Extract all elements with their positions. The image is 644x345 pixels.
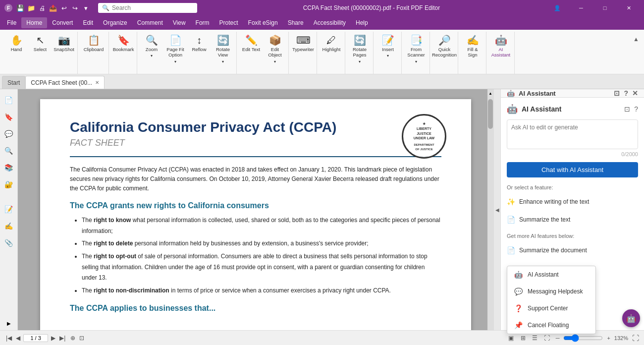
highlight-button[interactable]: 🖊 Highlight xyxy=(320,34,343,54)
pagefit-button[interactable]: 📄 Page Fit Option ▾ xyxy=(164,34,187,65)
dropdown-support[interactable]: ❓ Support Center xyxy=(507,300,595,317)
menu-home[interactable]: Home xyxy=(21,17,47,28)
sidebar-layers-icon[interactable]: 📚 xyxy=(2,161,16,174)
fillsign-button[interactable]: ✍ Fill & Sign xyxy=(461,34,484,59)
ai-panel-help-icon[interactable]: ? xyxy=(624,89,628,97)
ai-feature-summarize-text[interactable]: 📄 Summarize the text xyxy=(507,213,638,226)
doc-scrollbar[interactable] xyxy=(487,89,493,330)
dropdown-ai-assistant[interactable]: 🤖 AI Assistant xyxy=(507,266,595,283)
sidebar-attach-icon[interactable]: 📎 xyxy=(2,236,16,250)
menu-organize[interactable]: Organize xyxy=(98,17,132,28)
ai-settings-icon[interactable]: ⊡ xyxy=(624,105,630,113)
ai-char-count: 0/2000 xyxy=(507,151,638,157)
snapshot-button[interactable]: 📷 SnapShot xyxy=(53,34,75,54)
zoom-button[interactable]: 🔍 Zoom ▾ xyxy=(140,34,163,60)
fullscreen-button[interactable]: ⛶ xyxy=(632,334,639,342)
reflow-button[interactable]: ↕ Reflow xyxy=(188,34,211,54)
tab-start[interactable]: Start xyxy=(2,76,25,89)
sidebar-sign-icon[interactable]: ✍ xyxy=(2,219,16,233)
search-box[interactable]: 🔍 xyxy=(98,3,197,13)
enhance-icon: ✨ xyxy=(507,198,515,206)
copy-page-button[interactable]: ⊕ xyxy=(70,335,75,342)
ai-assistant-ribbon-button[interactable]: 🤖 AI Assistant xyxy=(489,34,512,59)
menu-foxit-esign[interactable]: Foxit eSign xyxy=(243,17,283,28)
customize-icon[interactable]: ▾ xyxy=(81,3,90,12)
ai-input[interactable] xyxy=(507,119,638,149)
menu-view[interactable]: View xyxy=(168,17,191,28)
last-page-button[interactable]: ▶| xyxy=(58,334,66,343)
sidebar-comment-icon[interactable]: 💬 xyxy=(2,127,16,141)
full-screen-view[interactable]: ⛶ xyxy=(542,333,552,343)
single-page-view[interactable]: ▣ xyxy=(506,333,516,343)
menu-comment[interactable]: Comment xyxy=(132,17,168,28)
maximize-button[interactable]: □ xyxy=(593,0,616,16)
doc-rights-heading: The CCPA grants new rights to California… xyxy=(70,201,441,210)
ai-feature-summarize-doc[interactable]: 📄 Summarize the document xyxy=(507,244,638,257)
sidebar-expand-button[interactable]: ▶ xyxy=(2,317,16,330)
page-number-input[interactable] xyxy=(23,334,48,342)
first-page-button[interactable]: |◀ xyxy=(5,334,13,343)
bookmark-button[interactable]: 🔖 Bookmark xyxy=(112,34,135,54)
zoom-in-button[interactable]: + xyxy=(607,335,610,341)
close-button[interactable]: ✕ xyxy=(617,0,640,16)
ocr-icon: 🔎 xyxy=(438,35,451,45)
sidebar-bookmark-icon[interactable]: 🔖 xyxy=(2,110,16,124)
print-icon[interactable]: 🖨 xyxy=(38,3,47,12)
scroll-up-button[interactable]: ▲ xyxy=(487,89,493,97)
window-title: CCPA Fact Sheet (00000002).pdf - Foxit P… xyxy=(197,4,546,11)
rotateview-button[interactable]: 🔄 Rotate View ▾ xyxy=(212,34,234,65)
ai-panel-expand-icon[interactable]: ⊡ xyxy=(614,89,620,97)
undo-icon[interactable]: ↩ xyxy=(59,3,68,12)
redo-icon[interactable]: ↪ xyxy=(70,3,79,12)
menu-edit[interactable]: Edit xyxy=(78,17,98,28)
save-icon[interactable]: 💾 xyxy=(16,3,25,12)
rotatepages-button[interactable]: 🔄 Rotate Pages ▾ xyxy=(348,34,371,65)
sidebar-search-icon[interactable]: 🔍 xyxy=(2,144,16,158)
sidebar-page-icon[interactable]: 📄 xyxy=(2,93,16,107)
tab-ccpa[interactable]: CCPA Fact Sheet (00... ✕ xyxy=(25,76,105,89)
menu-share[interactable]: Share xyxy=(283,17,309,28)
zoom-out-button[interactable]: ─ xyxy=(556,335,560,341)
panel-collapse-button[interactable]: ◀ xyxy=(493,89,500,330)
menu-accessibility[interactable]: Accessibility xyxy=(309,17,351,28)
zoom-slider[interactable] xyxy=(563,334,603,342)
editobject-button[interactable]: 📦 Edit Object ▾ xyxy=(264,34,286,65)
open-icon[interactable]: 📁 xyxy=(27,3,36,12)
two-page-view[interactable]: ⊞ xyxy=(518,333,528,343)
ai-feature-enhance[interactable]: ✨ Enhance writing of the text xyxy=(507,195,638,208)
dropdown-cancel-label: Cancel Floating xyxy=(528,322,569,329)
clipboard-button[interactable]: 📋 Clipboard xyxy=(81,34,107,54)
prev-page-button[interactable]: ◀ xyxy=(15,334,21,343)
ocr-button[interactable]: 🔎 Quick Recognition xyxy=(433,34,456,59)
scanner-button[interactable]: 📑 From Scanner ▾ xyxy=(405,34,428,65)
ai-panel-close-button[interactable]: ✕ xyxy=(632,89,638,97)
insert-button[interactable]: 📝 Insert ▾ xyxy=(376,34,399,60)
menu-help[interactable]: Help xyxy=(351,17,373,28)
next-page-button[interactable]: ▶ xyxy=(50,334,56,343)
menu-convert[interactable]: Convert xyxy=(47,17,78,28)
layout-icon[interactable]: ⊡ xyxy=(79,335,84,342)
chat-with-ai-button[interactable]: Chat with AI Assistant xyxy=(507,162,638,177)
dropdown-messaging[interactable]: 💬 Messaging Helpdesk xyxy=(507,283,595,300)
edittext-button[interactable]: ✏️ Edit Text xyxy=(240,34,263,54)
doc-scroll-thumb[interactable] xyxy=(488,99,493,129)
share-icon[interactable]: 📤 xyxy=(49,3,57,12)
tab-close-button[interactable]: ✕ xyxy=(95,80,99,85)
typewriter-button[interactable]: ⌨ Typewriter xyxy=(292,34,315,54)
fillsign-icon: ✍ xyxy=(467,35,479,45)
scroll-view[interactable]: ☰ xyxy=(530,333,540,343)
minimize-button[interactable]: ─ xyxy=(570,0,592,16)
ribbon-collapse-button[interactable]: ▲ xyxy=(631,34,641,45)
sidebar-fields-icon[interactable]: 📝 xyxy=(2,202,16,216)
sidebar-security-icon[interactable]: 🔐 xyxy=(2,177,16,191)
menu-protect[interactable]: Protect xyxy=(215,17,243,28)
menu-form[interactable]: Form xyxy=(191,17,215,28)
profile-icon[interactable]: 👤 xyxy=(546,0,569,16)
ai-floating-button[interactable]: 🤖 xyxy=(622,309,640,327)
hand-tool-button[interactable]: ✋ Hand xyxy=(5,34,28,54)
menu-file[interactable]: File xyxy=(2,17,21,28)
select-tool-button[interactable]: ↖ Select xyxy=(29,34,52,54)
ai-help-icon[interactable]: ? xyxy=(634,105,638,113)
dropdown-cancel-floating[interactable]: 📌 Cancel Floating xyxy=(507,317,595,334)
search-input[interactable] xyxy=(112,4,191,11)
